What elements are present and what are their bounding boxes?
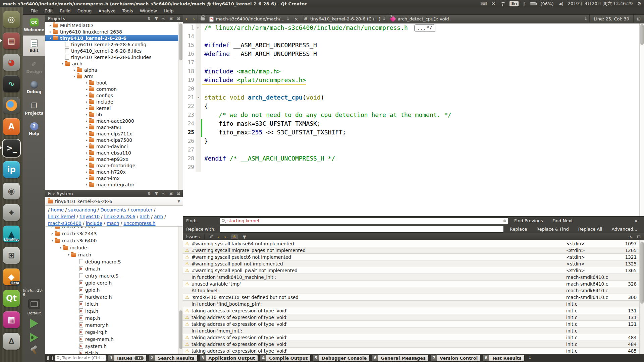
tree-file-memory-h[interactable]: memory.h [45,321,183,328]
crumb-mach[interactable]: mach [107,221,119,226]
replace-button[interactable]: Replace [506,226,530,232]
tree-folder-boot[interactable]: ▸boot [45,79,183,86]
menu-build[interactable]: Build [57,8,74,14]
issue-row[interactable]: ⚠'smdk6410_smc911x_set' defined but not … [183,294,644,301]
tree-folder-mach-s3c6400[interactable]: ▾mach-s3c6400 [45,237,183,244]
disk-usage-icon[interactable]: ◕ [3,54,20,71]
output-pane-search-results[interactable]: 2Search Results [149,355,197,361]
file-manager-icon[interactable]: ▤ [3,33,20,49]
issue-row[interactable]: ⚠taking address of expression of type 'v… [183,348,644,354]
collapse-pane-icon[interactable]: ∧ [629,234,633,239]
expander-icon[interactable]: ▸ [84,87,89,91]
expander-icon[interactable]: ▾ [60,62,65,65]
output-pane-application-output[interactable]: 3Application Output [200,355,258,361]
expander-icon[interactable]: ▸ [84,144,89,148]
code-editor[interactable]: 1▸/* linux/arch/arm/mach-s3c6400/include… [183,23,644,216]
filter-icon[interactable]: ▼ [243,234,246,239]
issue-row[interactable]: ⚠#warning syscall fadvise64 not implemen… [183,240,644,247]
expander-icon[interactable]: ▾ [72,74,77,78]
find-next-button[interactable]: Find Next [549,218,576,224]
expander-icon[interactable]: ▸ [84,81,89,84]
issue-row[interactable]: ⚠unused variable 'tmp'mach-smdk6410.c328 [183,281,644,287]
issue-row[interactable]: ⚠#warning syscall epoll_pwait not implem… [183,267,644,274]
keyboard-icon[interactable]: ⌨ [480,1,487,6]
close-pane-icon[interactable]: ⊡ [177,191,180,195]
expander-icon[interactable]: ▸ [84,170,89,174]
output-pane-version-control[interactable]: 7Version Control [431,355,480,361]
tree-file-dma-h[interactable]: dma.h [45,265,183,272]
tree-folder-mach-ebsa110[interactable]: ▸mach-ebsa110 [45,149,183,156]
tree-file-gpio-h[interactable]: gpio.h [45,286,183,293]
find-input[interactable] [227,218,501,223]
split-icon[interactable]: ⊞ [169,191,173,195]
issue-row[interactable]: ⚠taking address of expression of type 'v… [183,314,644,321]
expander-icon[interactable]: ▸ [84,125,89,129]
expander-icon[interactable]: ▾ [66,253,71,256]
crumb-linux-2-6-28-6[interactable]: linux-2.6.28.6 [104,214,135,219]
issues-scrollbar[interactable] [639,240,644,354]
forward-icon[interactable]: › [190,16,198,22]
context-dropdown-arrows[interactable]: ↕ [380,17,387,21]
show-warnings-toggle[interactable]: ⚠ [231,234,238,240]
expander-icon[interactable]: ▸ [84,100,89,104]
issue-row[interactable]: ⚠taking address of expression of type 'v… [183,321,644,327]
expander-icon[interactable]: ▾ [50,239,55,242]
tree-folder-kernel[interactable]: ▸kernel [45,105,183,111]
output-pane-compile-output[interactable]: 4Compile Output [260,355,310,361]
crumb-tiny6410[interactable]: tiny6410 [79,214,100,219]
issue-row[interactable]: In function 'smdk6410_machine_init':mach… [183,274,644,281]
tree-folder-lib[interactable]: ▸lib [45,111,183,118]
tree-folder-common[interactable]: ▸common [45,86,183,92]
toggle-sidebar-icon[interactable] [47,356,53,360]
editor-scrollbar[interactable] [639,23,644,216]
wifi-icon[interactable] [500,2,505,6]
tree-file-irqs-h[interactable]: irqs.h [45,307,183,314]
tree-folder-mach-clps7500[interactable]: ▸mach-clps7500 [45,137,183,143]
menu-edit[interactable]: Edit [42,8,56,14]
split-icon[interactable]: ⊞ [169,16,173,20]
tree-folder-tiny6410-linuxkernel-2638[interactable]: ▸tiny6410-linuxkernel-2638 [45,28,183,35]
media-player-icon[interactable]: ◉ [3,183,20,199]
expander-icon[interactable]: ▸ [84,119,89,123]
software-store-icon[interactable]: A [3,118,20,135]
tree-file-regs-irq-h[interactable]: regs-irq.h [45,328,183,336]
terminal-icon[interactable]: >_ [3,140,20,157]
crumb-arm[interactable]: arm [154,214,163,219]
tree-folder-mach[interactable]: ▾mach [45,251,183,258]
maximize-pane-icon[interactable]: ⊡ [637,234,641,239]
tree-folder-arch[interactable]: ▾arch [45,60,183,67]
menu-file[interactable]: File [28,8,41,14]
tree-file-hardware-h[interactable]: hardware.h [45,293,183,300]
issue-row[interactable]: ⚠#warning syscall ppoll not implemented<… [183,260,644,267]
expander-icon[interactable]: ▸ [84,183,89,186]
expander-icon[interactable]: ▸ [84,151,89,155]
issue-row[interactable]: ⚠#warning syscall pselect6 not implement… [183,254,644,260]
tree-folder-mach-ep93xx[interactable]: ▸mach-ep93xx [45,156,183,162]
expander-icon[interactable]: ▸ [48,30,53,34]
clean-icon[interactable]: ✐ [209,234,213,239]
mode-welcome[interactable]: QtWelcome [23,15,45,36]
issue-row[interactable]: ⚠taking address of expression of type 'v… [183,334,644,341]
link-with-editor-icon[interactable]: ∞ [162,191,165,195]
system-monitor-icon[interactable]: ∿ [3,75,20,92]
tree-file-tiny6410-kernel-2-6-28-6-includes[interactable]: tiny6410_kernel-2-6-28-6.includes [45,54,183,60]
tweaks-icon[interactable]: ∆ [3,333,20,350]
close-document-icon[interactable]: × [291,16,301,22]
fold-marker-icon[interactable]: ▸ [196,23,201,32]
issue-row[interactable]: ⚠taking address of expression of type 'v… [183,341,644,348]
menu-tools[interactable]: Tools [119,8,136,14]
menu-window[interactable]: Window [137,8,160,14]
ubuntu-dash-icon[interactable]: ◎ [3,11,20,28]
crumb-linux-kernel[interactable]: linux_kernel [48,214,75,219]
menu-help[interactable]: Help [161,8,177,14]
tree-file-entry-macro-s[interactable]: entry-macro.S [45,272,183,279]
tree-folder-mach-footbridge[interactable]: ▸mach-footbridge [45,162,183,169]
qt-app-icon[interactable]: Qt [3,290,20,307]
output-pane-general-messages[interactable]: 6General Messages [372,355,428,361]
menu-analyze[interactable]: Analyze [95,8,118,14]
tree-folder-mach-s3c2442[interactable]: ▸mach-s3c2442 [45,227,183,230]
ip-app-icon[interactable]: ip [3,161,20,178]
pane-mode-icon[interactable]: ⇅ [148,16,151,20]
crumb-computer[interactable]: computer [130,207,152,213]
debug-run-button[interactable] [30,333,38,342]
